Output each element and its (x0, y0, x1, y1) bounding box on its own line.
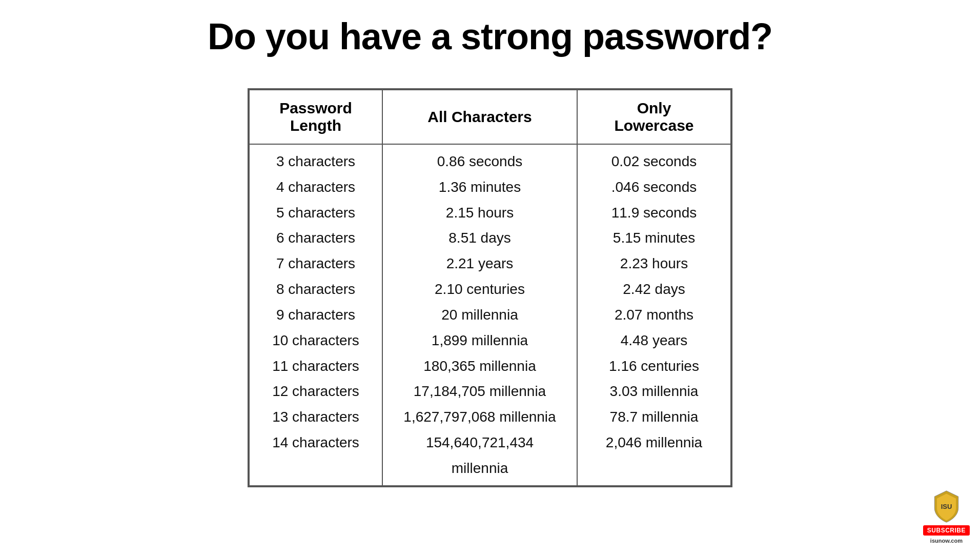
logo-badge: ISU SUBSCRIBE isunow.com (923, 490, 970, 544)
only-lowercase-list: 0.02 seconds .046 seconds 11.9 seconds 5… (598, 149, 710, 456)
list-item: 78.7 millennia (598, 404, 710, 430)
subscribe-button[interactable]: SUBSCRIBE (923, 525, 970, 536)
list-item: 10 characters (270, 328, 361, 353)
list-item: 2.42 days (598, 276, 710, 302)
list-item: 3 characters (270, 149, 361, 174)
list-item: 8.51 days (403, 225, 556, 251)
list-item: 3.03 millennia (598, 379, 710, 404)
list-item: 0.86 seconds (403, 149, 556, 174)
header-password-length: Password Length (249, 90, 382, 144)
list-item: 1.36 minutes (403, 174, 556, 200)
password-table-container: Password Length All Characters Only Lowe… (248, 88, 732, 487)
only-lowercase-cell: 0.02 seconds .046 seconds 11.9 seconds 5… (577, 144, 731, 486)
shield-icon: ISU (930, 490, 963, 523)
list-item: 2.10 centuries (403, 276, 556, 302)
list-item: 14 characters (270, 430, 361, 456)
list-item: 7 characters (270, 251, 361, 276)
all-characters-list: 0.86 seconds 1.36 minutes 2.15 hours 8.5… (403, 149, 556, 481)
list-item: 2.07 months (598, 302, 710, 328)
list-item: 1,899 millennia (403, 328, 556, 353)
list-item: 1,627,797,068 millennia (403, 404, 556, 430)
list-item: 17,184,705 millennia (403, 379, 556, 404)
password-lengths-cell: 3 characters 4 characters 5 characters 6… (249, 144, 382, 486)
list-item: 180,365 millennia (403, 353, 556, 379)
password-table: Password Length All Characters Only Lowe… (249, 89, 731, 486)
list-item: 5 characters (270, 200, 361, 226)
list-item: 4.48 years (598, 328, 710, 353)
list-item: 2.15 hours (403, 200, 556, 226)
list-item: 9 characters (270, 302, 361, 328)
list-item: 20 millennia (403, 302, 556, 328)
list-item: 0.02 seconds (598, 149, 710, 174)
header-only-lowercase: Only Lowercase (577, 90, 731, 144)
list-item: 1.16 centuries (598, 353, 710, 379)
list-item: 12 characters (270, 379, 361, 404)
header-all-characters: All Characters (382, 90, 577, 144)
list-item: 11 characters (270, 353, 361, 379)
svg-text:ISU: ISU (941, 503, 952, 510)
list-item: 11.9 seconds (598, 200, 710, 226)
list-item: 6 characters (270, 225, 361, 251)
list-item: 2.23 hours (598, 251, 710, 276)
list-item: 13 characters (270, 404, 361, 430)
page-title: Do you have a strong password? (208, 15, 772, 57)
list-item: 4 characters (270, 174, 361, 200)
list-item: 154,640,721,434millennia (403, 430, 556, 481)
list-item: 2,046 millennia (598, 430, 710, 456)
all-characters-cell: 0.86 seconds 1.36 minutes 2.15 hours 8.5… (382, 144, 577, 486)
logo-text: isunow.com (930, 538, 963, 544)
list-item: 8 characters (270, 276, 361, 302)
list-item: 2.21 years (403, 251, 556, 276)
list-item: 5.15 minutes (598, 225, 710, 251)
password-lengths-list: 3 characters 4 characters 5 characters 6… (270, 149, 361, 456)
list-item: .046 seconds (598, 174, 710, 200)
